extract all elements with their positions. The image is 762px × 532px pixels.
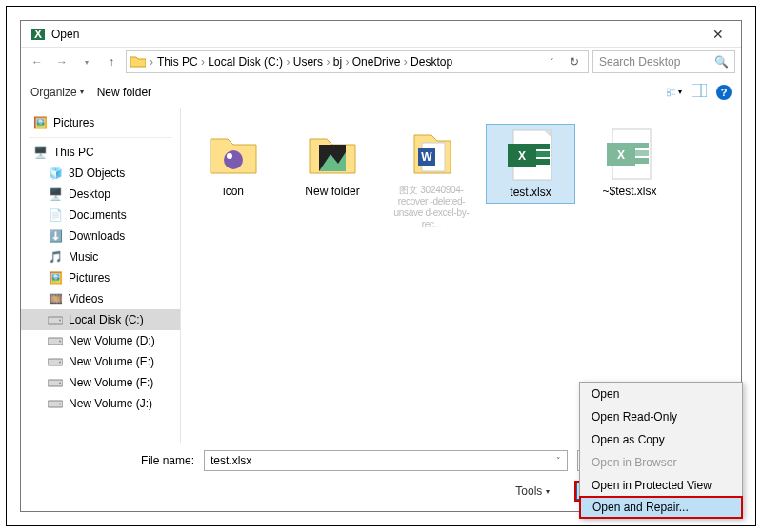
- menu-item-open[interactable]: Open: [580, 383, 742, 405]
- menu-item-open-and-repair[interactable]: Open and Repair...: [579, 496, 743, 519]
- file-thumbnail: [207, 128, 260, 181]
- svg-rect-36: [635, 150, 649, 156]
- file-item[interactable]: W图文 30240904-recover -deleted-unsave d-e…: [387, 124, 476, 234]
- svg-rect-29: [536, 144, 550, 149]
- refresh-button[interactable]: ↻: [565, 55, 584, 69]
- dialog-title: Open: [51, 28, 699, 41]
- close-button[interactable]: ✕: [699, 27, 737, 42]
- filename-dropdown[interactable]: ˅: [556, 456, 561, 465]
- chevron-right-icon: ›: [342, 55, 352, 69]
- filename-value: test.xlsx: [211, 454, 251, 467]
- address-bar[interactable]: › This PC › Local Disk (C:) › Users › bj…: [126, 50, 589, 73]
- menu-item-open-in-protected-view[interactable]: Open in Protected View: [580, 474, 742, 497]
- drive-icon: [48, 397, 63, 410]
- sidebar-item-videos[interactable]: 🎞️Videos: [21, 288, 180, 309]
- search-icon: 🔍: [714, 55, 729, 69]
- sidebar-item-documents[interactable]: 📄Documents: [21, 205, 180, 226]
- folder-icon: 🎵: [48, 250, 63, 264]
- menu-item-open-read-only[interactable]: Open Read-Only: [580, 405, 742, 428]
- folder-icon: 🧊: [48, 167, 63, 180]
- file-item[interactable]: New folder: [288, 124, 377, 202]
- sidebar-item-pictures[interactable]: 🖼️Pictures: [21, 267, 180, 288]
- filename-input[interactable]: test.xlsx ˅: [204, 450, 568, 471]
- search-placeholder: Search Desktop: [599, 55, 680, 69]
- breadcrumb-segment[interactable]: Local Disk (C:): [208, 55, 283, 69]
- file-item[interactable]: icon: [189, 124, 278, 202]
- search-input[interactable]: Search Desktop 🔍: [592, 50, 735, 73]
- sidebar-item-pictures-quick[interactable]: 🖼️ Pictures: [21, 112, 180, 133]
- menu-item-open-in-browser: Open in Browser: [580, 451, 742, 474]
- svg-point-9: [59, 320, 61, 322]
- chevron-right-icon: ›: [198, 55, 209, 69]
- menu-item-open-as-copy[interactable]: Open as Copy: [580, 428, 742, 451]
- sidebar-item-drive[interactable]: Local Disk (C:): [21, 309, 180, 330]
- new-folder-button[interactable]: New folder: [97, 86, 151, 99]
- up-button[interactable]: ↑: [101, 51, 122, 72]
- chevron-right-icon: ›: [323, 55, 333, 69]
- folder-icon: 🖥️: [48, 187, 63, 201]
- organize-label: Organize: [30, 86, 77, 99]
- svg-text:X: X: [34, 28, 42, 41]
- svg-rect-30: [536, 151, 550, 157]
- file-thumbnail: X: [603, 128, 656, 181]
- breadcrumb-segment[interactable]: Users: [293, 55, 323, 69]
- filename-label: File name:: [32, 454, 194, 467]
- recent-drop[interactable]: ▾: [76, 51, 97, 72]
- svg-text:X: X: [518, 149, 526, 163]
- svg-rect-35: [635, 143, 649, 148]
- back-button[interactable]: ←: [27, 51, 48, 72]
- sidebar-item-music[interactable]: 🎵Music: [21, 246, 180, 267]
- breadcrumb-segment[interactable]: This PC: [157, 55, 198, 69]
- drive-icon: [48, 313, 63, 326]
- file-label: icon: [223, 185, 244, 198]
- sidebar-item-thispc[interactable]: 🖥️ This PC: [21, 142, 180, 163]
- folder-icon: ⬇️: [48, 229, 63, 243]
- views-button[interactable]: ▾: [667, 85, 682, 100]
- preview-pane-button[interactable]: [692, 84, 707, 100]
- breadcrumb[interactable]: This PC › Local Disk (C:) › Users › bj ›…: [157, 55, 452, 69]
- address-dropdown[interactable]: ˅: [542, 57, 561, 67]
- file-label: ~$test.xlsx: [602, 185, 656, 198]
- file-label: 图文 30240904-recover -deleted-unsave d-ex…: [391, 185, 472, 230]
- svg-rect-31: [536, 159, 550, 165]
- toolbar: Organize ▾ New folder ▾ ?: [21, 76, 741, 108]
- monitor-icon: 🖥️: [32, 146, 48, 159]
- excel-app-icon: X: [30, 27, 46, 42]
- caret-down-icon: ▾: [80, 88, 84, 96]
- svg-point-19: [227, 153, 232, 159]
- folder-icon: [130, 55, 146, 69]
- breadcrumb-segment[interactable]: OneDrive: [352, 55, 401, 69]
- svg-point-17: [59, 404, 61, 405]
- nav-row: ← → ▾ ↑ › This PC › Local Disk (C:) › Us…: [21, 48, 741, 76]
- sidebar-item-downloads[interactable]: ⬇️Downloads: [21, 226, 180, 246]
- breadcrumb-segment[interactable]: Desktop: [411, 55, 452, 69]
- organize-menu[interactable]: Organize ▾: [30, 86, 84, 99]
- breadcrumb-segment[interactable]: bj: [333, 55, 342, 69]
- file-item[interactable]: Xtest.xlsx: [486, 124, 575, 204]
- sidebar-item-drive[interactable]: New Volume (E:): [21, 351, 180, 372]
- folder-icon: 📄: [48, 208, 63, 222]
- forward-button[interactable]: →: [51, 51, 72, 72]
- caret-down-icon: ▾: [546, 487, 550, 496]
- sidebar-item-drive[interactable]: New Volume (D:): [21, 330, 180, 351]
- sidebar: 🖼️ Pictures 🖥️ This PC 🧊3D Objects🖥️Desk…: [21, 108, 181, 443]
- folder-icon: 🖼️: [48, 271, 63, 285]
- svg-text:W: W: [421, 150, 432, 164]
- chevron-right-icon: ›: [150, 55, 153, 69]
- sidebar-item-3d-objects[interactable]: 🧊3D Objects: [21, 163, 180, 184]
- open-dropdown-menu: OpenOpen Read-OnlyOpen as CopyOpen in Br…: [579, 382, 743, 519]
- sidebar-item-desktop[interactable]: 🖥️Desktop: [21, 184, 180, 205]
- sidebar-item-drive[interactable]: New Volume (J:): [21, 393, 180, 414]
- svg-rect-37: [635, 158, 649, 164]
- svg-rect-6: [692, 84, 707, 97]
- chevron-right-icon: ›: [283, 55, 293, 69]
- file-thumbnail: W: [405, 128, 458, 181]
- svg-point-15: [59, 383, 61, 384]
- help-button[interactable]: ?: [716, 85, 732, 100]
- drive-icon: [48, 376, 63, 389]
- file-label: New folder: [305, 185, 359, 198]
- file-item[interactable]: X~$test.xlsx: [585, 124, 674, 202]
- sidebar-item-drive[interactable]: New Volume (F:): [21, 372, 180, 393]
- svg-point-18: [224, 150, 243, 169]
- tools-menu[interactable]: Tools ▾: [515, 484, 550, 498]
